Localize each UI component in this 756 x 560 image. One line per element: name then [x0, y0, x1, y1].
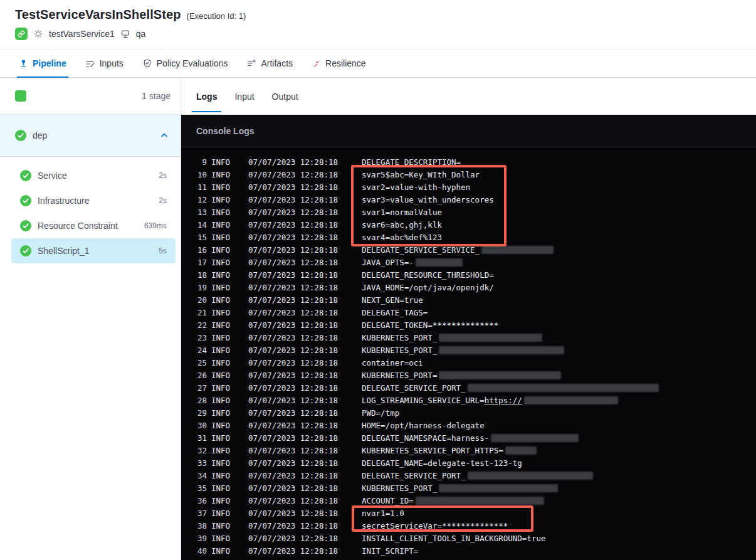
log-timestamp: 07/07/2023 12:28:18 [248, 258, 362, 267]
redacted-text [491, 434, 579, 442]
stage-status-square-icon [15, 90, 26, 102]
log-line-number: 20 [181, 295, 207, 305]
stage-count-label: 1 stage [142, 91, 171, 101]
log-line-number: 33 [181, 458, 207, 468]
title-row: TestServiceVarsInShellStep (Execution Id… [15, 8, 741, 22]
log-timestamp: 07/07/2023 12:28:18 [248, 446, 362, 455]
redacted-text [439, 346, 564, 354]
log-line: 34 INFO 07/07/2023 12:28:18 DELEGATE_SER… [181, 469, 756, 482]
log-line: 15 INFO 07/07/2023 12:28:18 svar4=abc%de… [181, 231, 756, 243]
tab-pipeline[interactable]: Pipeline [19, 50, 66, 77]
log-level: INFO [211, 408, 248, 418]
redacted-text [416, 258, 463, 267]
log-line: 21 INFO 07/07/2023 12:28:18 DELEGATE_TAG… [181, 306, 756, 319]
log-line: 19 INFO 07/07/2023 12:28:18 JAVA_HOME=/o… [181, 281, 756, 293]
console-logs-header: Console Logs [181, 115, 756, 147]
stage-sidebar: 1 stage dep Service 2s Infrastructure 2s [0, 78, 181, 560]
log-line-number: 27 [181, 383, 207, 393]
log-message: DELEGATE_SERVICE_SERVICE_ [362, 245, 756, 255]
log-message: DELEGATE_SERVICE_PORT_ [362, 383, 756, 393]
log-level: INFO [211, 446, 248, 455]
log-message: KUBERNETES_PORT_ [362, 483, 756, 493]
tab-pipeline-label: Pipeline [33, 58, 66, 68]
log-level: INFO [211, 295, 248, 305]
log-level: INFO [211, 396, 248, 405]
step-list: Service 2s Infrastructure 2s Resource Co… [0, 157, 181, 263]
redacted-text [524, 396, 618, 404]
log-message: svar1=normalValue [362, 208, 756, 217]
log-url-link[interactable]: https:// [485, 396, 522, 405]
step-row-infrastructure[interactable]: Infrastructure 2s [11, 188, 176, 213]
log-line-number: 25 [181, 358, 207, 367]
log-line-number: 9 [181, 157, 207, 167]
log-level: INFO [211, 521, 248, 531]
redacted-text [439, 484, 558, 492]
log-level: INFO [211, 471, 248, 480]
log-message: NEXT_GEN=true [362, 295, 756, 305]
page-title: TestServiceVarsInShellStep [15, 8, 181, 22]
log-timestamp: 07/07/2023 12:28:18 [248, 245, 362, 255]
log-line: 37 INFO 07/07/2023 12:28:18 nvar1=1.0 [181, 507, 756, 519]
redacted-text [416, 497, 544, 505]
step-row-service[interactable]: Service 2s [11, 163, 176, 188]
tab-policy-evaluations[interactable]: Policy Evaluations [142, 50, 228, 77]
inputs-icon [85, 58, 95, 68]
chevron-up-icon[interactable] [159, 130, 169, 140]
step-row-resource-constraint[interactable]: Resource Constraint 639ms [11, 213, 176, 238]
log-line: 29 INFO 07/07/2023 12:28:18 PWD=/tmp [181, 406, 756, 419]
log-line: 35 INFO 07/07/2023 12:28:18 KUBERNETES_P… [181, 482, 756, 494]
log-level: INFO [211, 208, 248, 217]
service-gear-icon [33, 29, 43, 39]
log-tabs: Logs Input Output [181, 78, 756, 115]
console-log-list[interactable]: 9 INFO 07/07/2023 12:28:18 DELEGATE_DESC… [181, 147, 756, 560]
tab-artifacts[interactable]: Artifacts [246, 50, 293, 77]
stage-summary-row[interactable]: 1 stage [0, 78, 181, 115]
log-timestamp: 07/07/2023 12:28:18 [248, 195, 362, 204]
log-level: INFO [211, 383, 248, 393]
log-timestamp: 07/07/2023 12:28:18 [248, 371, 362, 380]
tab-logs[interactable]: Logs [196, 78, 217, 115]
service-name[interactable]: testVarsService1 [49, 29, 115, 39]
step-label: Infrastructure [38, 196, 89, 206]
redacted-text [468, 472, 593, 480]
redacted-text [505, 446, 537, 455]
log-level: INFO [211, 220, 248, 230]
log-line-number: 35 [181, 483, 207, 493]
log-timestamp: 07/07/2023 12:28:18 [248, 220, 362, 230]
log-line: 11 INFO 07/07/2023 12:28:18 svar2=value-… [181, 181, 756, 193]
log-level: INFO [211, 270, 248, 280]
tab-input[interactable]: Input [234, 78, 254, 115]
log-timestamp: 07/07/2023 12:28:18 [248, 358, 362, 367]
step-label: ShellScript_1 [38, 246, 90, 256]
log-timestamp: 07/07/2023 12:28:18 [248, 496, 362, 505]
tab-output[interactable]: Output [272, 78, 298, 115]
log-timestamp: 07/07/2023 12:28:18 [248, 521, 362, 531]
stage-group-name: dep [33, 130, 47, 140]
log-line-number: 26 [181, 371, 207, 380]
tab-output-label: Output [272, 92, 298, 102]
log-line-number: 11 [181, 182, 207, 192]
tab-logs-label: Logs [196, 92, 217, 102]
log-level: INFO [211, 546, 248, 556]
log-line-number: 32 [181, 446, 207, 455]
log-line-number: 15 [181, 233, 207, 242]
log-line-number: 40 [181, 546, 207, 556]
log-line-number: 24 [181, 346, 207, 355]
log-timestamp: 07/07/2023 12:28:18 [248, 295, 362, 305]
log-line: 25 INFO 07/07/2023 12:28:18 container=oc… [181, 356, 756, 369]
log-line: 36 INFO 07/07/2023 12:28:18 ACCOUNT_ID= [181, 494, 756, 507]
stage-group-dep[interactable]: dep [0, 115, 181, 157]
redacted-text [439, 334, 542, 342]
execution-nav-tabs: Pipeline Inputs Policy Evaluations Artif… [0, 50, 756, 78]
log-level: INFO [211, 433, 248, 443]
log-line-number: 31 [181, 433, 207, 443]
tab-inputs[interactable]: Inputs [85, 50, 123, 77]
log-timestamp: 07/07/2023 12:28:18 [248, 308, 362, 317]
environment-name[interactable]: qa [136, 29, 146, 39]
log-line-number: 38 [181, 521, 207, 531]
log-level: INFO [211, 333, 248, 342]
tab-resilience[interactable]: Resilience [312, 50, 366, 77]
step-row-shellscript-1[interactable]: ShellScript_1 5s [11, 238, 176, 263]
log-message: svar4=abc%def%123 [362, 233, 756, 242]
tab-inputs-label: Inputs [100, 58, 123, 68]
